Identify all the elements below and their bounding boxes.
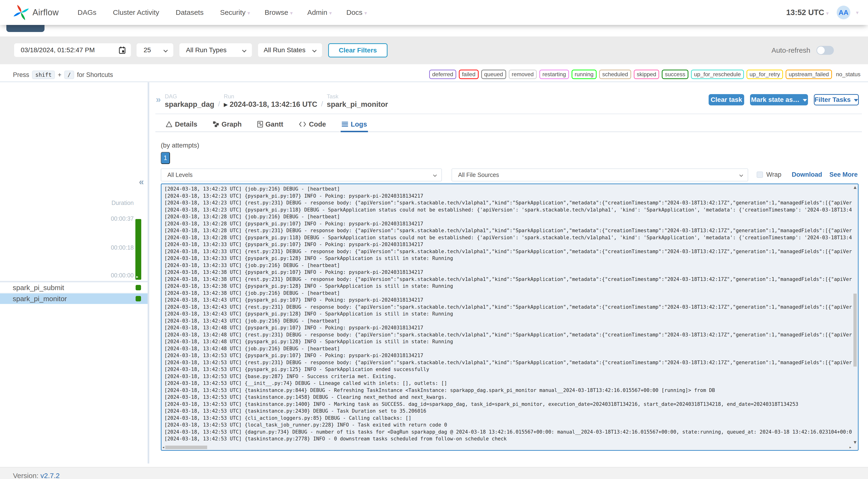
- filter-tasks-button[interactable]: Filter Tasks: [814, 94, 859, 105]
- task-row-spark-pi-submit[interactable]: spark_pi_submit: [0, 283, 148, 293]
- log-line: [2024-03-18, 13:42:53 UTC] {pyspark_pi.p…: [164, 366, 852, 373]
- state-badge[interactable]: skipped: [634, 70, 659, 79]
- breadcrumb-dag[interactable]: DAG sparkapp_dag: [165, 93, 214, 109]
- log-lines: [2024-03-18, 13:42:23 UTC] {job.py:216} …: [164, 186, 852, 444]
- chevron-down-icon: [242, 48, 246, 52]
- nav-item[interactable]: Cluster Activity: [113, 8, 161, 17]
- nav-item[interactable]: DAGs: [78, 8, 98, 17]
- log-line: [2024-03-18, 13:42:43 UTC] {pyspark_pi.p…: [164, 311, 852, 318]
- version-link[interactable]: v2.7.2: [40, 472, 60, 479]
- base-date-input[interactable]: 03/18/2024, 01:52:47 PM: [14, 43, 131, 57]
- duration-tick: 00:00:37: [71, 215, 134, 222]
- state-badge[interactable]: queued: [481, 70, 506, 79]
- shortcuts-hint: Press shift + / for Shortcuts: [13, 71, 113, 79]
- page-size-select[interactable]: 25: [136, 43, 173, 57]
- state-badge[interactable]: up_for_retry: [746, 70, 783, 79]
- clear-task-button[interactable]: Clear task: [709, 94, 744, 105]
- run-filter-bar: 03/18/2024, 01:52:47 PM 25 All Run Types…: [0, 36, 868, 64]
- log-line: [2024-03-18, 13:42:43 UTC] {rest.py:231}…: [164, 304, 852, 311]
- wrap-checkbox[interactable]: [757, 171, 763, 178]
- breadcrumb-separator: /: [321, 100, 323, 109]
- calendar-icon[interactable]: [119, 46, 126, 54]
- file-source-select[interactable]: All File Sources: [452, 168, 748, 181]
- task-success-square[interactable]: [135, 285, 141, 290]
- brand[interactable]: Airflow: [12, 3, 59, 22]
- clear-filters-button[interactable]: Clear Filters: [328, 43, 388, 57]
- tab-details[interactable]: Details: [165, 118, 198, 132]
- duration-tick: 00:00:00: [71, 272, 134, 279]
- scroll-up-icon[interactable]: ▲: [852, 185, 858, 189]
- shift-key: shift: [32, 71, 55, 79]
- scroll-left-icon[interactable]: ◂: [162, 445, 164, 449]
- task-success-square[interactable]: [135, 296, 141, 301]
- state-badge[interactable]: scheduled: [599, 70, 631, 79]
- duration-tick: 00:00:18: [71, 244, 134, 251]
- graph-icon: [213, 121, 219, 127]
- run-types-select[interactable]: All Run Types: [179, 43, 252, 57]
- chevron-down-icon: [740, 173, 743, 177]
- state-badge[interactable]: up_for_reschedule: [691, 70, 744, 79]
- log-line: [2024-03-18, 13:42:53 UTC] {dagrun.py:73…: [164, 429, 852, 436]
- scroll-right-icon[interactable]: ▸: [849, 445, 851, 449]
- nav-item[interactable]: Browse▾: [265, 8, 292, 17]
- wrap-toggle[interactable]: Wrap: [757, 171, 781, 178]
- expand-panel-icon[interactable]: »: [156, 95, 161, 105]
- clock-dropdown[interactable]: 13:52 UTC▾: [786, 8, 829, 17]
- tab-logs[interactable]: Logs: [341, 118, 368, 132]
- vertical-scrollbar[interactable]: ▲ ▼: [852, 184, 858, 445]
- state-badge[interactable]: failed: [459, 70, 478, 79]
- log-line: [2024-03-18, 13:42:53 UTC] {base.py:287}…: [164, 373, 852, 380]
- manual-run-play-icon: ▸: [136, 275, 138, 279]
- chevron-down-icon: ▾: [826, 10, 829, 16]
- navbar: Airflow DAGs Cluster Activity Datasets S…: [0, 0, 868, 25]
- chevron-down-icon: ▾: [329, 10, 332, 16]
- state-badge[interactable]: restarting: [539, 70, 569, 79]
- task-row-spark-pi-monitor[interactable]: spark_pi_monitor: [0, 293, 148, 304]
- tab-graph[interactable]: Graph: [212, 118, 243, 132]
- scroll-down-icon[interactable]: ▼: [852, 440, 858, 444]
- collapse-sidebar-icon[interactable]: «: [139, 177, 144, 187]
- state-badge[interactable]: running: [571, 70, 596, 79]
- panel-top-divider: [155, 114, 862, 114]
- breadcrumb-run[interactable]: Run ▶2024-03-18, 13:42:16 UTC: [224, 93, 317, 109]
- chevron-down-icon: [312, 48, 316, 52]
- horizontal-scrollbar[interactable]: ◂ ▸: [161, 445, 852, 450]
- nav-item[interactable]: Datasets: [176, 8, 205, 17]
- tab-gantt[interactable]: Gantt: [256, 118, 284, 132]
- nav-item[interactable]: Admin▾: [307, 8, 332, 17]
- breadcrumb-task[interactable]: Task spark_pi_monitor: [327, 93, 388, 109]
- auto-refresh-toggle[interactable]: [816, 46, 834, 55]
- chevron-down-icon: ▾: [290, 10, 292, 16]
- see-more-link[interactable]: See More: [829, 171, 858, 178]
- nav-item[interactable]: Docs▾: [346, 8, 367, 17]
- state-badge[interactable]: removed: [509, 70, 537, 79]
- log-line: [2024-03-18, 13:42:53 UTC] {rest.py:231}…: [164, 359, 852, 366]
- state-badge[interactable]: deferred: [429, 70, 456, 79]
- state-badge[interactable]: success: [662, 70, 688, 79]
- toggle-knob: [817, 46, 825, 54]
- run-states-select[interactable]: All Run States: [258, 43, 322, 57]
- log-line: [2024-03-18, 13:42:23 UTC] {rest.py:231}…: [164, 199, 852, 206]
- code-icon: [299, 121, 306, 127]
- vertical-scroll-thumb[interactable]: [854, 294, 857, 366]
- horizontal-scroll-thumb[interactable]: [165, 446, 207, 449]
- log-line: [2024-03-18, 13:42:23 UTC] {pyspark_pi.p…: [164, 193, 852, 200]
- sidebar-resize-divider[interactable]: [148, 82, 149, 464]
- mark-state-as-button[interactable]: Mark state as…: [750, 94, 808, 105]
- chevron-down-icon: ▾: [365, 10, 367, 16]
- user-menu[interactable]: AA ▾: [837, 6, 859, 19]
- attempt-1-button[interactable]: 1: [161, 152, 170, 164]
- version-text: Version: v2.7.2: [13, 472, 60, 479]
- log-line: [2024-03-18, 13:42:53 UTC] {taskinstance…: [164, 408, 852, 415]
- log-level-select[interactable]: All Levels: [161, 168, 442, 181]
- dag-run-duration-bar[interactable]: ▸: [135, 219, 141, 280]
- avatar[interactable]: AA: [837, 6, 850, 19]
- chevron-down-icon: [163, 48, 167, 52]
- no-status-label: no_status: [836, 71, 861, 77]
- log-line: [2024-03-18, 13:42:33 UTC] {pyspark_pi.p…: [164, 241, 852, 248]
- download-link[interactable]: Download: [792, 171, 822, 178]
- manual-run-icon: ▶: [224, 102, 228, 107]
- nav-item[interactable]: Security▾: [220, 8, 250, 17]
- tab-code[interactable]: Code: [298, 118, 327, 132]
- state-badge[interactable]: upstream_failed: [785, 70, 832, 79]
